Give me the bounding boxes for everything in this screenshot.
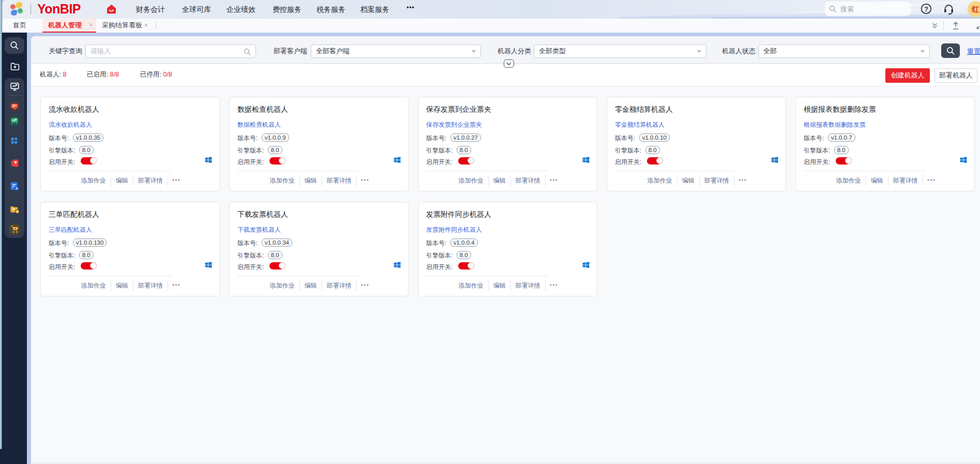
svg-text:?: ?: [924, 6, 928, 13]
